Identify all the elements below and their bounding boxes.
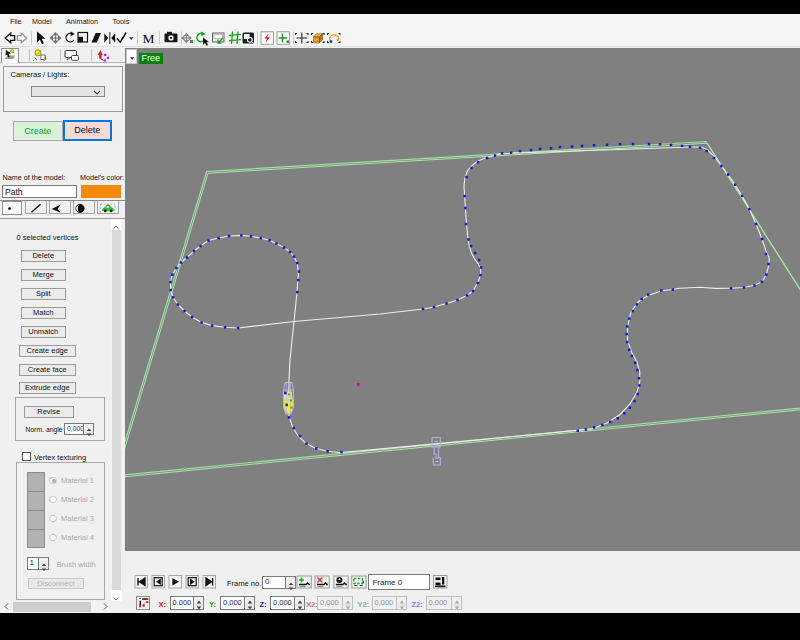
svg-text:M: M bbox=[143, 31, 155, 46]
